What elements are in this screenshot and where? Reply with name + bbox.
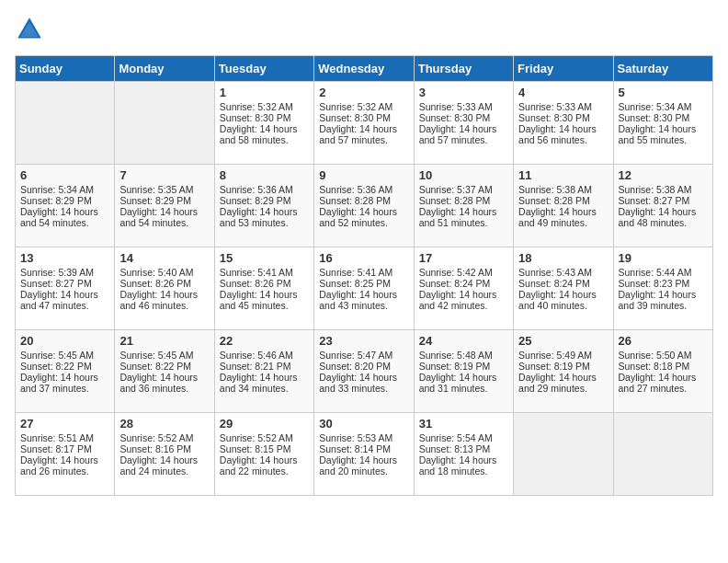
daylight: Daylight: 14 hours and 54 minutes. (20, 206, 98, 228)
sunset: Sunset: 8:28 PM (319, 195, 391, 206)
daylight: Daylight: 14 hours and 34 minutes. (220, 372, 298, 394)
calendar-cell: 7Sunrise: 5:35 AMSunset: 8:29 PMDaylight… (115, 165, 214, 247)
calendar-cell: 29Sunrise: 5:52 AMSunset: 8:15 PMDayligh… (214, 413, 313, 496)
calendar-cell: 3Sunrise: 5:33 AMSunset: 8:30 PMDaylight… (414, 82, 513, 165)
sunset: Sunset: 8:23 PM (619, 278, 690, 289)
day-number: 28 (119, 417, 209, 431)
sunset: Sunset: 8:30 PM (518, 112, 590, 123)
daylight: Daylight: 14 hours and 57 minutes. (419, 123, 497, 145)
daylight: Daylight: 14 hours and 46 minutes. (119, 289, 198, 311)
daylight: Daylight: 14 hours and 36 minutes. (119, 372, 198, 394)
sunset: Sunset: 8:22 PM (119, 361, 191, 372)
calendar-cell: 23Sunrise: 5:47 AMSunset: 8:20 PMDayligh… (314, 330, 414, 413)
daylight: Daylight: 14 hours and 31 minutes. (419, 372, 497, 394)
day-number: 20 (20, 334, 109, 348)
calendar-cell: 11Sunrise: 5:38 AMSunset: 8:28 PMDayligh… (514, 165, 613, 247)
daylight: Daylight: 14 hours and 33 minutes. (319, 372, 397, 394)
calendar-cell: 24Sunrise: 5:48 AMSunset: 8:19 PMDayligh… (414, 330, 513, 413)
week-row-1: 1Sunrise: 5:32 AMSunset: 8:30 PMDaylight… (16, 82, 713, 165)
sunset: Sunset: 8:26 PM (220, 278, 291, 289)
sunrise: Sunrise: 5:52 AM (119, 432, 193, 443)
week-row-4: 20Sunrise: 5:45 AMSunset: 8:22 PMDayligh… (16, 330, 713, 413)
sunrise: Sunrise: 5:35 AM (119, 184, 193, 195)
day-number: 12 (619, 168, 708, 182)
calendar-cell: 27Sunrise: 5:51 AMSunset: 8:17 PMDayligh… (16, 413, 115, 496)
calendar-cell: 5Sunrise: 5:34 AMSunset: 8:30 PMDaylight… (613, 82, 712, 165)
sunset: Sunset: 8:28 PM (419, 195, 491, 206)
daylight: Daylight: 14 hours and 53 minutes. (220, 206, 298, 228)
sunset: Sunset: 8:28 PM (518, 195, 590, 206)
sunset: Sunset: 8:13 PM (419, 443, 491, 454)
daylight: Daylight: 14 hours and 27 minutes. (619, 372, 697, 394)
calendar-cell (16, 82, 115, 165)
day-number: 13 (20, 251, 109, 265)
calendar-cell: 2Sunrise: 5:32 AMSunset: 8:30 PMDaylight… (314, 82, 414, 165)
calendar-cell: 26Sunrise: 5:50 AMSunset: 8:18 PMDayligh… (613, 330, 712, 413)
week-row-2: 6Sunrise: 5:34 AMSunset: 8:29 PMDaylight… (16, 165, 713, 247)
sunset: Sunset: 8:27 PM (20, 278, 92, 289)
sunrise: Sunrise: 5:47 AM (319, 350, 392, 361)
calendar-table: SundayMondayTuesdayWednesdayThursdayFrid… (15, 55, 713, 496)
daylight: Daylight: 14 hours and 51 minutes. (419, 206, 497, 228)
sunset: Sunset: 8:14 PM (319, 443, 391, 454)
calendar-cell: 25Sunrise: 5:49 AMSunset: 8:19 PMDayligh… (514, 330, 613, 413)
day-number: 22 (220, 334, 309, 348)
calendar-cell: 13Sunrise: 5:39 AMSunset: 8:27 PMDayligh… (16, 247, 115, 330)
calendar-body: 1Sunrise: 5:32 AMSunset: 8:30 PMDaylight… (16, 82, 713, 496)
sunrise: Sunrise: 5:38 AM (619, 184, 692, 195)
calendar-cell: 15Sunrise: 5:41 AMSunset: 8:26 PMDayligh… (214, 247, 313, 330)
sunrise: Sunrise: 5:41 AM (220, 267, 293, 278)
day-number: 6 (20, 168, 109, 182)
sunset: Sunset: 8:30 PM (319, 112, 391, 123)
day-number: 15 (220, 251, 309, 265)
day-number: 27 (20, 417, 109, 431)
day-number: 7 (119, 168, 209, 182)
calendar-cell: 28Sunrise: 5:52 AMSunset: 8:16 PMDayligh… (115, 413, 214, 496)
sunrise: Sunrise: 5:38 AM (518, 184, 592, 195)
sunrise: Sunrise: 5:53 AM (319, 432, 392, 443)
sunrise: Sunrise: 5:34 AM (619, 101, 692, 112)
sunrise: Sunrise: 5:45 AM (119, 350, 193, 361)
day-number: 21 (119, 334, 209, 348)
day-number: 2 (319, 86, 408, 99)
header-day-wednesday: Wednesday (314, 56, 414, 82)
daylight: Daylight: 14 hours and 26 minutes. (20, 454, 98, 477)
calendar-cell: 22Sunrise: 5:46 AMSunset: 8:21 PMDayligh… (214, 330, 313, 413)
day-number: 5 (619, 86, 708, 99)
calendar-cell (115, 82, 214, 165)
sunset: Sunset: 8:24 PM (419, 278, 491, 289)
calendar-cell: 10Sunrise: 5:37 AMSunset: 8:28 PMDayligh… (414, 165, 513, 247)
calendar-cell: 19Sunrise: 5:44 AMSunset: 8:23 PMDayligh… (613, 247, 712, 330)
week-row-5: 27Sunrise: 5:51 AMSunset: 8:17 PMDayligh… (16, 413, 713, 496)
calendar-cell: 14Sunrise: 5:40 AMSunset: 8:26 PMDayligh… (115, 247, 214, 330)
header-day-monday: Monday (115, 56, 214, 82)
page-header (15, 15, 713, 44)
day-number: 31 (419, 417, 508, 431)
logo (15, 15, 48, 44)
day-number: 23 (319, 334, 408, 348)
day-number: 17 (419, 251, 508, 265)
day-number: 18 (518, 251, 608, 265)
daylight: Daylight: 14 hours and 52 minutes. (319, 206, 397, 228)
sunrise: Sunrise: 5:50 AM (619, 350, 692, 361)
sunrise: Sunrise: 5:44 AM (619, 267, 692, 278)
sunset: Sunset: 8:29 PM (20, 195, 92, 206)
day-number: 10 (419, 168, 508, 182)
calendar-cell (613, 413, 712, 496)
day-number: 1 (220, 86, 309, 99)
day-number: 19 (619, 251, 708, 265)
sunrise: Sunrise: 5:43 AM (518, 267, 592, 278)
day-number: 25 (518, 334, 608, 348)
day-number: 4 (518, 86, 608, 99)
calendar-header: SundayMondayTuesdayWednesdayThursdayFrid… (16, 56, 713, 82)
calendar-cell: 12Sunrise: 5:38 AMSunset: 8:27 PMDayligh… (613, 165, 712, 247)
header-day-thursday: Thursday (414, 56, 513, 82)
daylight: Daylight: 14 hours and 18 minutes. (419, 454, 497, 477)
calendar-cell: 17Sunrise: 5:42 AMSunset: 8:24 PMDayligh… (414, 247, 513, 330)
daylight: Daylight: 14 hours and 45 minutes. (220, 289, 298, 311)
sunrise: Sunrise: 5:33 AM (518, 101, 592, 112)
sunset: Sunset: 8:19 PM (419, 361, 491, 372)
day-number: 26 (619, 334, 708, 348)
daylight: Daylight: 14 hours and 56 minutes. (518, 123, 597, 145)
sunrise: Sunrise: 5:45 AM (20, 350, 94, 361)
